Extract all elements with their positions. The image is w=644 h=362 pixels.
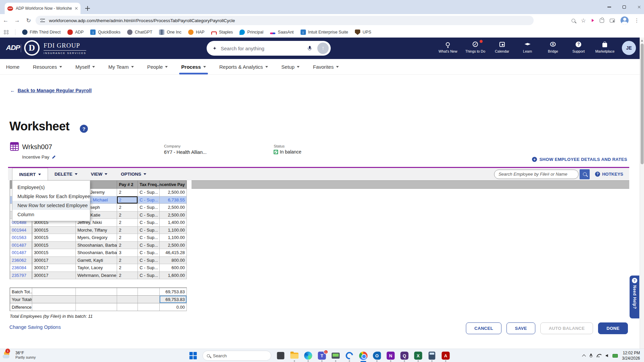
taskbar-search[interactable]: Search <box>203 351 271 361</box>
taskbar-clock[interactable]: 12:02 PM 3/24/2026 <box>622 350 640 361</box>
user-avatar[interactable]: JE <box>622 41 636 55</box>
employee-search-button[interactable] <box>580 169 590 179</box>
cell-name[interactable]: Shooshanian, Barbara <box>76 242 117 249</box>
wifi-icon[interactable] <box>597 354 601 357</box>
bookmark-intuit[interactable]: |Intuit Enterprise Suite <box>301 29 348 35</box>
save-button[interactable]: SAVE <box>506 322 535 334</box>
cell-tax[interactable]: C - Sup... <box>138 204 160 212</box>
browser-profile-avatar[interactable] <box>621 16 629 24</box>
cell-name[interactable]: Taylor, Lacey <box>76 264 117 272</box>
url-text[interactable]: workforcenow.adp.com/theme/admin.html#/P… <box>49 18 235 23</box>
cell-name[interactable]: Morche, Tiffany <box>76 227 117 234</box>
cell-tax[interactable]: C - Sup... <box>138 196 160 204</box>
file-explorer-app[interactable] <box>290 351 299 360</box>
things-to-do-button[interactable]: ✓Things to Do <box>465 41 485 53</box>
remote-desktop-app[interactable] <box>331 351 340 360</box>
cell-batch[interactable]: 300015 <box>32 242 76 249</box>
browser-reload-icon[interactable]: ↻ <box>23 17 34 24</box>
nav-people[interactable]: People <box>147 59 168 74</box>
menu-item-column[interactable]: Column <box>12 210 90 219</box>
cell-amount[interactable]: 2,500.00 <box>160 212 187 219</box>
tray-mic-icon[interactable] <box>590 354 592 358</box>
cell-tax[interactable]: C - Sup... <box>138 212 160 219</box>
cell-batch[interactable]: 300015 <box>32 227 76 234</box>
cell-amount[interactable]: 600.00 <box>160 264 187 272</box>
insert-menu-button[interactable]: INSERT <box>12 168 48 180</box>
phone-link-app[interactable] <box>276 351 285 360</box>
battery-icon[interactable] <box>612 354 618 358</box>
apps-grid-icon[interactable] <box>4 30 8 35</box>
cell-name[interactable]: Shooshanian, Barbara <box>76 249 117 257</box>
nav-process[interactable]: Process <box>181 59 206 74</box>
cell-name[interactable]: Garrett, Kayti <box>76 257 117 264</box>
cell-name[interactable]: Wehrmann, Deanne <box>76 272 117 280</box>
bookmark-ups[interactable]: UPS <box>355 29 371 35</box>
cell-tax[interactable]: C - Sup... <box>138 242 160 249</box>
nav-setup[interactable]: Setup <box>281 59 300 74</box>
weather-widget[interactable]: 1 36°F Partly sunny <box>3 350 36 360</box>
browser-menu-icon[interactable]: ⋮ <box>634 17 639 23</box>
zoom-icon[interactable] <box>572 19 575 22</box>
site-settings-icon[interactable] <box>40 19 45 22</box>
page-scrollbar[interactable] <box>640 38 644 349</box>
show-employee-details-link[interactable]: + SHOW EMPLOYEE DETAILS AND RATES <box>532 157 627 162</box>
table-row[interactable]: 236062300017Garrett, Kayti2C - Sup...800… <box>10 257 187 264</box>
support-button[interactable]: ?Support <box>570 41 587 53</box>
scroll-up-arrow[interactable] <box>641 40 643 42</box>
cell-file[interactable]: 001944 <box>10 227 32 234</box>
nav-favorites[interactable]: Favorites <box>313 59 339 74</box>
microphone-icon[interactable] <box>308 46 311 51</box>
table-row[interactable]: 001487300015Shooshanian, Barbara3C - Sup… <box>10 249 187 257</box>
cancel-button[interactable]: CANCEL <box>466 322 501 334</box>
menu-item-new-row-selected[interactable]: New Row for selected Employee <box>12 201 90 210</box>
calculator-app[interactable] <box>428 351 436 360</box>
cell-amount[interactable]: 46,415.28 <box>160 249 187 257</box>
nav-myself[interactable]: Myself <box>75 59 95 74</box>
bookmark-chatgpt[interactable]: ChatGPT <box>127 29 152 35</box>
global-search-input[interactable] <box>221 46 305 51</box>
bookmark-star-icon[interactable]: ☆ <box>581 17 586 24</box>
bridge-button[interactable]: BBridge <box>544 41 562 53</box>
back-link[interactable]: ← Back to Manage Regular Payroll <box>10 88 92 93</box>
cell-pay[interactable]: 2 <box>117 264 138 272</box>
cell-batch[interactable]: 300017 <box>32 272 76 280</box>
delete-menu-button[interactable]: DELETE <box>48 168 84 180</box>
cell-file[interactable]: 236062 <box>10 257 32 264</box>
cell-tax[interactable]: C - Sup... <box>138 234 160 242</box>
marketplace-button[interactable]: Marketplace <box>595 41 614 53</box>
tray-expand-icon[interactable] <box>582 354 586 358</box>
nav-my-team[interactable]: My Team <box>108 59 134 74</box>
cell-batch[interactable]: 300017 <box>32 257 76 264</box>
cell-tax[interactable]: C - Sup... <box>138 272 160 280</box>
cell-amount[interactable]: 1,100.00 <box>160 234 187 242</box>
cell-file[interactable]: 236084 <box>10 264 32 272</box>
cell-pay[interactable]: 2 <box>117 272 138 280</box>
cell-tax[interactable]: C - Sup... <box>138 257 160 264</box>
scrollbar-thumb[interactable] <box>641 44 644 164</box>
cast-icon[interactable] <box>610 19 615 22</box>
outlook-app[interactable]: O <box>373 351 381 360</box>
window-close-icon[interactable] <box>637 5 641 9</box>
bookmark-quickbooks[interactable]: |QuickBooks <box>90 29 120 35</box>
nav-resources[interactable]: Resources <box>33 59 62 74</box>
onenote-app[interactable]: N <box>386 351 395 360</box>
worksheet-help-icon[interactable]: ? <box>80 125 88 133</box>
bookmark-adp[interactable]: ADP <box>67 29 84 35</box>
menu-item-multiple-rows[interactable]: Multiple Rows for Each Employee <box>12 192 90 201</box>
cell-amount[interactable]: 800.00 <box>160 257 187 264</box>
acrobat-app[interactable]: A <box>441 351 450 360</box>
nav-reports-analytics[interactable]: Reports & Analytics <box>219 59 268 74</box>
done-button[interactable]: DONE <box>598 322 628 334</box>
table-row[interactable]: 001944300015Morche, Tiffany2C - Sup...1,… <box>10 227 187 234</box>
address-bar[interactable]: workforcenow.adp.com/theme/admin.html#/P… <box>36 16 534 25</box>
cell-file[interactable]: 001487 <box>10 242 32 249</box>
learn-button[interactable]: Learn <box>519 41 536 53</box>
window-maximize-icon[interactable] <box>623 5 626 9</box>
view-menu-button[interactable]: VIEW <box>84 168 114 180</box>
cell-pay[interactable]: 2 <box>117 219 138 227</box>
cell-tax[interactable]: C - Sup... <box>138 189 160 196</box>
cell-amount[interactable]: 1,400.00 <box>160 219 187 227</box>
cell-pay[interactable]: 2 <box>117 227 138 234</box>
cell-amount[interactable]: 2,500.00 <box>160 189 187 196</box>
cell-pay[interactable]: 2 <box>117 234 138 242</box>
